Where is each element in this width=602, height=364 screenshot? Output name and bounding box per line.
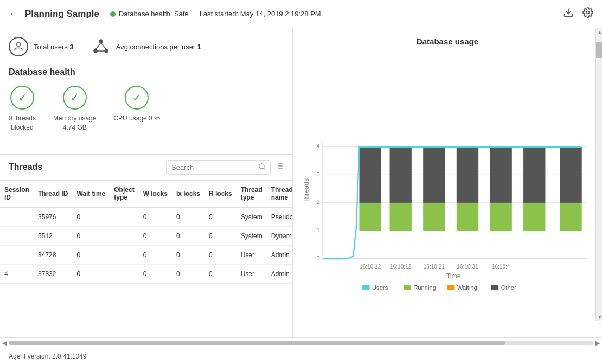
filter-icon[interactable] [275,162,284,173]
check-icon-cpu: ✓ [125,86,149,110]
svg-text:16:10:31: 16:10:31 [457,264,478,270]
db-health-status: Database health: Safe [110,10,189,18]
threads-table: SessionID Thread ID Wait time Objecttype… [0,181,292,284]
svg-rect-32 [390,203,412,231]
svg-rect-43 [560,147,581,203]
total-users-label: Total users 3 [34,43,74,51]
table-row: 55120000SystemDynamic...0Idle [0,226,292,245]
search-box[interactable] [166,160,271,175]
users-icon [9,37,28,56]
svg-text:16:10:12: 16:10:12 [390,264,412,270]
svg-rect-38 [490,203,511,231]
health-item-memory: ✓ Memory usage4.74 GB [53,86,96,132]
svg-rect-39 [490,147,511,203]
col-session-id: SessionID [0,181,34,207]
svg-rect-52 [404,285,411,290]
svg-text:Threads: Threads [303,178,310,203]
svg-rect-41 [523,147,545,203]
svg-text:Other: Other [501,284,516,291]
svg-rect-35 [423,147,445,203]
svg-text:0: 0 [316,255,319,261]
check-icon-threads: ✓ [10,86,34,110]
col-object-type: Objecttype [110,181,138,207]
col-ix-locks: Ix locks [172,181,204,207]
svg-point-1 [587,11,590,14]
svg-rect-33 [390,147,412,203]
total-users-stat: Total users 3 [9,37,74,56]
agent-version: Agent version: 2.0.41.1049 [9,353,86,360]
svg-text:Waiting: Waiting [457,284,477,291]
health-item-threads: ✓ 0 threadsblocked [9,86,36,132]
search-icon[interactable] [258,163,266,172]
svg-text:16:10:4: 16:10:4 [492,264,510,270]
health-label-threads: 0 threadsblocked [9,114,36,132]
col-thread-type: Threadtype [236,181,267,207]
svg-point-3 [99,40,103,43]
svg-text:2: 2 [316,199,319,205]
stats-row: Total users 3 [9,37,284,56]
svg-text:16:10:12: 16:10:12 [360,264,381,270]
scroll-right-arrow[interactable]: ▶ [595,340,600,347]
svg-rect-42 [560,203,581,231]
col-w-locks: W locks [139,181,172,207]
download-icon[interactable] [563,7,574,21]
threads-title: Threads [9,162,166,172]
svg-text:Users: Users [372,284,388,291]
table-row: 4378320000UserAdminGET /api...0Run [0,264,292,283]
footer: Agent version: 2.0.41.1049 [0,348,602,364]
col-r-locks: R locks [204,181,236,207]
svg-text:Running: Running [413,284,436,291]
page-title: Planning Sample [25,9,99,20]
scroll-left-arrow[interactable]: ◀ [2,340,7,347]
network-icon [91,37,111,56]
col-wait-time: Wait time [72,181,110,207]
svg-rect-31 [359,147,381,203]
table-row: 347280000UserAdminPM Hub0Idle [0,245,292,264]
svg-line-10 [264,168,265,169]
db-health-title: Database health [9,67,284,77]
db-health-label: Database health: Safe [119,10,189,18]
svg-point-2 [17,43,21,47]
svg-rect-36 [457,203,478,231]
svg-rect-34 [423,203,445,231]
chart-title: Database usage [302,37,593,46]
database-usage-chart: Threads 0 1 2 3 4 [302,53,593,329]
avg-connections-stat: Avg connections per user 1 [91,37,201,56]
svg-text:3: 3 [316,171,319,177]
search-input[interactable] [171,163,258,171]
svg-text:16:10:21: 16:10:21 [424,264,445,270]
svg-rect-30 [359,203,381,231]
database-health-section: Database health ✓ 0 threadsblocked ✓ Mem… [9,67,284,132]
svg-point-9 [259,163,264,168]
table-row: 359760000SystemPseudo0Idle [0,207,292,227]
status-dot [110,11,116,17]
col-thread-name: Threadname [267,181,292,207]
svg-line-7 [101,43,106,49]
threads-table-container[interactable]: SessionID Thread ID Wait time Objecttype… [0,181,292,337]
check-icon-memory: ✓ [63,86,87,110]
health-label-memory: Memory usage4.74 GB [53,114,96,132]
scroll-up-arrow[interactable]: ▲ [596,28,602,36]
svg-text:Time: Time [446,272,461,280]
col-thread-id: Thread ID [34,181,72,207]
scroll-down-arrow[interactable]: ▼ [596,313,602,321]
svg-rect-40 [523,203,545,231]
health-label-cpu: CPU usage 0 % [113,114,159,123]
svg-rect-56 [491,285,498,290]
svg-rect-54 [447,285,454,290]
back-button[interactable]: ← [9,8,18,20]
avg-connections-label: Avg connections per user 1 [116,43,201,51]
settings-icon[interactable] [582,7,593,21]
last-started: Last started: May 14, 2019 2:19:28 PM [200,10,321,18]
svg-text:4: 4 [316,143,319,149]
svg-rect-50 [362,285,369,290]
svg-line-6 [95,43,101,49]
health-item-cpu: ✓ CPU usage 0 % [113,86,159,132]
health-items: ✓ 0 threadsblocked ✓ Memory usage4.74 GB… [9,86,284,132]
svg-text:1: 1 [316,227,319,233]
svg-rect-37 [457,147,478,203]
